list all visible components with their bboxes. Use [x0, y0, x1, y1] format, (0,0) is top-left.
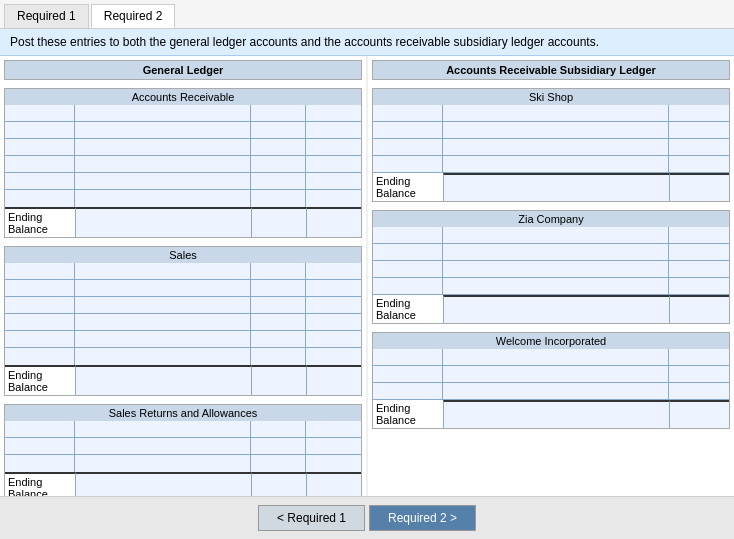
cell[interactable] [443, 156, 669, 172]
ar-ending-val3[interactable] [306, 207, 361, 237]
cell[interactable] [373, 105, 443, 121]
cell[interactable] [251, 331, 306, 347]
cell[interactable] [5, 173, 75, 189]
cell[interactable] [306, 263, 361, 279]
cell[interactable] [251, 455, 306, 472]
cell[interactable] [251, 173, 306, 189]
cell[interactable] [251, 297, 306, 313]
cell[interactable] [5, 348, 75, 365]
cell[interactable] [373, 383, 443, 399]
cell[interactable] [75, 280, 251, 296]
cell[interactable] [5, 122, 75, 138]
cell[interactable] [669, 139, 729, 155]
cell[interactable] [5, 105, 75, 121]
cell[interactable] [251, 280, 306, 296]
cell[interactable] [306, 105, 361, 121]
cell[interactable] [373, 122, 443, 138]
cell[interactable] [669, 156, 729, 172]
cell[interactable] [5, 455, 75, 472]
cell[interactable] [443, 383, 669, 399]
sra-ending-val1[interactable] [75, 472, 251, 496]
cell[interactable] [75, 156, 251, 172]
cell[interactable] [669, 261, 729, 277]
cell[interactable] [443, 122, 669, 138]
tab-required1[interactable]: Required 1 [4, 4, 89, 28]
cell[interactable] [669, 244, 729, 260]
cell[interactable] [669, 278, 729, 294]
cell[interactable] [373, 366, 443, 382]
cell[interactable] [75, 438, 251, 454]
cell[interactable] [443, 366, 669, 382]
cell[interactable] [306, 190, 361, 207]
cell[interactable] [5, 297, 75, 313]
cell[interactable] [669, 383, 729, 399]
cell[interactable] [5, 314, 75, 330]
cell[interactable] [306, 438, 361, 454]
cell[interactable] [75, 173, 251, 189]
cell[interactable] [443, 105, 669, 121]
cell[interactable] [251, 139, 306, 155]
prev-button[interactable]: < Required 1 [258, 505, 365, 531]
welcome-ending-val1[interactable] [443, 400, 669, 428]
cell[interactable] [306, 455, 361, 472]
cell[interactable] [251, 314, 306, 330]
ski-shop-ending-val1[interactable] [443, 173, 669, 201]
cell[interactable] [251, 438, 306, 454]
cell[interactable] [75, 348, 251, 365]
cell[interactable] [251, 122, 306, 138]
cell[interactable] [5, 139, 75, 155]
cell[interactable] [373, 244, 443, 260]
cell[interactable] [5, 190, 75, 207]
cell[interactable] [306, 421, 361, 437]
cell[interactable] [669, 366, 729, 382]
cell[interactable] [5, 156, 75, 172]
cell[interactable] [75, 122, 251, 138]
next-button[interactable]: Required 2 > [369, 505, 476, 531]
cell[interactable] [306, 156, 361, 172]
cell[interactable] [5, 438, 75, 454]
cell[interactable] [75, 421, 251, 437]
cell[interactable] [251, 190, 306, 207]
cell[interactable] [75, 190, 251, 207]
cell[interactable] [75, 455, 251, 472]
cell[interactable] [669, 349, 729, 365]
cell[interactable] [443, 244, 669, 260]
tab-required2[interactable]: Required 2 [91, 4, 176, 28]
ar-ending-val2[interactable] [251, 207, 306, 237]
cell[interactable] [373, 227, 443, 243]
cell[interactable] [75, 105, 251, 121]
cell[interactable] [373, 349, 443, 365]
cell[interactable] [443, 261, 669, 277]
cell[interactable] [5, 280, 75, 296]
cell[interactable] [306, 348, 361, 365]
cell[interactable] [669, 227, 729, 243]
sales-ending-val2[interactable] [251, 365, 306, 395]
cell[interactable] [251, 348, 306, 365]
cell[interactable] [306, 297, 361, 313]
cell[interactable] [75, 331, 251, 347]
cell[interactable] [306, 139, 361, 155]
cell[interactable] [306, 314, 361, 330]
cell[interactable] [75, 314, 251, 330]
ar-ending-val1[interactable] [75, 207, 251, 237]
cell[interactable] [251, 156, 306, 172]
cell[interactable] [669, 122, 729, 138]
cell[interactable] [75, 263, 251, 279]
zia-ending-val2[interactable] [669, 295, 729, 323]
sra-ending-val2[interactable] [251, 472, 306, 496]
cell[interactable] [443, 227, 669, 243]
sales-ending-val1[interactable] [75, 365, 251, 395]
cell[interactable] [443, 278, 669, 294]
cell[interactable] [306, 280, 361, 296]
zia-ending-val1[interactable] [443, 295, 669, 323]
cell[interactable] [443, 139, 669, 155]
cell[interactable] [75, 297, 251, 313]
cell[interactable] [443, 349, 669, 365]
cell[interactable] [5, 421, 75, 437]
cell[interactable] [251, 105, 306, 121]
cell[interactable] [306, 122, 361, 138]
cell[interactable] [373, 139, 443, 155]
cell[interactable] [251, 421, 306, 437]
cell[interactable] [373, 261, 443, 277]
cell[interactable] [373, 156, 443, 172]
